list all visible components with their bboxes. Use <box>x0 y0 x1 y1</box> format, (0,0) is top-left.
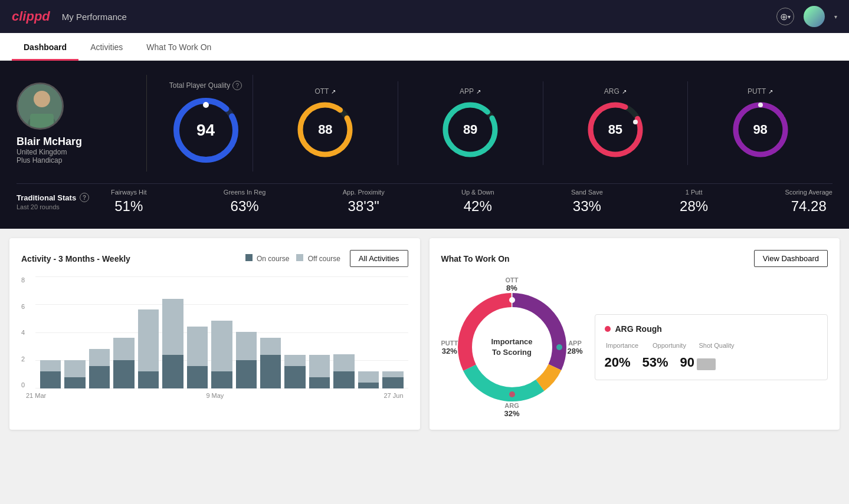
bar-on-course <box>358 383 379 388</box>
arg-value: 85 <box>608 122 622 137</box>
app-arrow-icon: ↗ <box>476 88 481 95</box>
bar-group <box>309 276 330 388</box>
tab-activities[interactable]: Activities <box>78 33 135 61</box>
bar-group <box>138 276 159 388</box>
svg-rect-3 <box>30 114 54 130</box>
putt-metric: PUTT ↗ 98 <box>688 81 832 165</box>
ott-label: OTT ↗ <box>314 87 336 95</box>
tpq-info-icon[interactable]: ? <box>232 81 242 90</box>
ott-value: 88 <box>318 122 332 137</box>
on-course-dot <box>245 254 253 261</box>
app-value: 89 <box>463 122 477 137</box>
tpq-label: Total Player Quality ? <box>169 81 242 90</box>
performance-panel: Blair McHarg United Kingdom Plus Handica… <box>0 61 849 229</box>
bar-on-course <box>64 377 85 388</box>
bar-group <box>236 276 257 388</box>
stat-items: Fairways Hit51%Greens In Reg63%App. Prox… <box>111 189 832 215</box>
bar-off-course <box>211 321 232 371</box>
vertical-divider <box>146 75 147 172</box>
off-course-legend: Off course <box>296 254 340 263</box>
info-metric-value: 53% <box>643 355 668 370</box>
bottom-row: Activity - 3 Months - Weekly On course O… <box>0 229 849 439</box>
player-name: Blair McHarg <box>17 136 82 148</box>
avatar <box>804 6 825 27</box>
bar-on-course <box>138 371 159 388</box>
bar-on-course <box>211 371 232 388</box>
bar-group <box>162 276 183 388</box>
putt-value: 98 <box>753 122 767 137</box>
bar-group <box>64 276 85 388</box>
info-metric-header: Opportunity <box>652 342 687 349</box>
putt-ring: 98 <box>731 100 790 159</box>
stat-item: Scoring Average74.28 <box>785 189 832 215</box>
bar-group <box>40 276 61 388</box>
header-left: clippd My Performance <box>12 9 127 24</box>
arg-arrow-icon: ↗ <box>622 88 627 95</box>
bar-off-course <box>382 371 403 377</box>
player-country: United Kingdom <box>17 148 67 156</box>
bar-on-course <box>89 366 110 388</box>
donut-center-text: ImportanceTo Scoring <box>491 337 532 358</box>
chart-header: Activity - 3 Months - Weekly On course O… <box>21 250 408 267</box>
info-metric-header: Importance <box>605 342 640 349</box>
add-button[interactable]: ⊕ ▾ <box>776 8 794 25</box>
bar-off-course <box>309 355 330 377</box>
stat-item: Fairways Hit51% <box>111 189 147 215</box>
chart-with-axis: 0 2 4 6 8 <box>21 276 408 388</box>
svg-point-1 <box>34 91 50 107</box>
bar-on-course <box>162 355 183 388</box>
header: clippd My Performance ⊕ ▾ ▾ <box>0 0 849 33</box>
player-handicap: Plus Handicap <box>17 156 62 164</box>
bar-off-course <box>260 338 281 355</box>
bar-group <box>333 276 354 388</box>
chart-title: Activity - 3 Months - Weekly <box>21 254 130 263</box>
wtwo-title: What To Work On <box>441 254 510 263</box>
bar-off-course <box>64 360 85 377</box>
chart-legend: On course Off course <box>245 254 340 263</box>
wtwo-content: OTT 8% APP 28% ARG 32% PUTT <box>441 276 828 418</box>
dropdown-icon: ▾ <box>788 14 791 20</box>
traditional-stats-row: Traditional Stats ? Last 20 rounds Fairw… <box>17 183 832 215</box>
bar-group <box>89 276 110 388</box>
app-metric: APP ↗ 89 <box>398 81 543 165</box>
arg-label: ARG ↗ <box>604 87 627 95</box>
svg-point-6 <box>203 102 209 108</box>
stat-item: Up & Down42% <box>461 189 494 215</box>
app-ring: 89 <box>441 100 500 159</box>
stat-item: App. Proximity38'3" <box>343 189 385 215</box>
bar-off-course <box>138 309 159 371</box>
bar-off-course <box>358 371 379 383</box>
chart-xaxis: 21 Mar 9 May 27 Jun <box>21 392 408 399</box>
chart-yaxis: 0 2 4 6 8 <box>21 276 33 388</box>
all-activities-button[interactable]: All Activities <box>350 250 408 267</box>
stat-label-group: Traditional Stats ? Last 20 rounds <box>17 193 111 210</box>
view-dashboard-button[interactable]: View Dashboard <box>754 250 828 267</box>
bar-off-course <box>89 349 110 366</box>
donut-chart-container: OTT 8% APP 28% ARG 32% PUTT <box>441 276 583 418</box>
player-avatar <box>17 83 64 130</box>
traditional-stats-title: Traditional Stats ? <box>17 193 111 202</box>
ott-metric: OTT ↗ 88 <box>253 81 398 165</box>
stat-subtitle: Last 20 rounds <box>17 203 111 210</box>
bar-on-course <box>309 377 330 388</box>
info-metric-value: 90 <box>680 355 716 370</box>
performance-top: Blair McHarg United Kingdom Plus Handica… <box>17 75 832 172</box>
tpq-metric: Total Player Quality ? 94 <box>159 75 253 172</box>
chart-area: 0 2 4 6 8 <box>21 276 408 406</box>
bar-group <box>284 276 305 388</box>
tab-dashboard[interactable]: Dashboard <box>12 33 78 61</box>
ott-arrow-icon: ↗ <box>331 88 336 95</box>
svg-point-22 <box>509 297 515 303</box>
tab-what-to-work-on[interactable]: What To Work On <box>135 33 223 61</box>
user-avatar-button[interactable] <box>804 6 825 27</box>
bar-off-course <box>236 332 257 360</box>
stats-info-icon[interactable]: ? <box>80 193 89 202</box>
bar-on-course <box>260 355 281 388</box>
bar-group <box>113 276 134 388</box>
svg-point-24 <box>509 391 515 397</box>
svg-point-23 <box>556 344 562 350</box>
bar-on-course <box>113 360 134 388</box>
info-metrics-header: ImportanceOpportunityShot Quality <box>605 342 818 349</box>
bar-group <box>382 276 403 388</box>
bar-off-course <box>113 338 134 360</box>
